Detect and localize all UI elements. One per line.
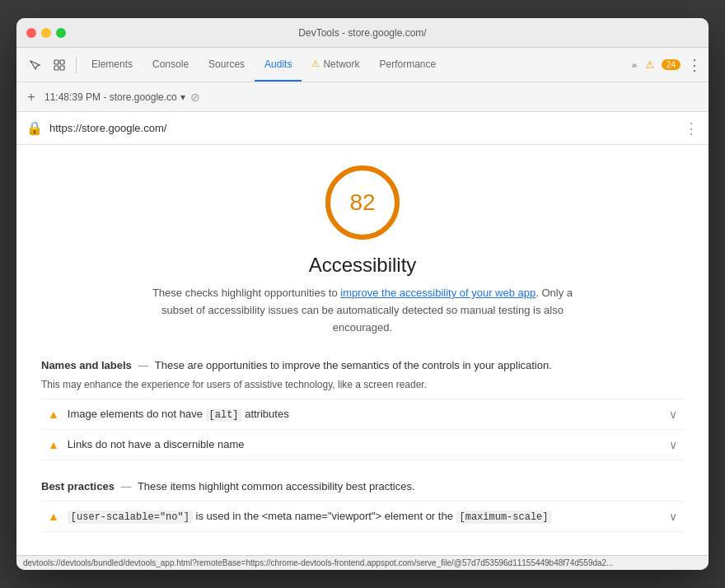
url-text: 11:48:39 PM - store.google.co: [44, 91, 177, 103]
devtools-window: DevTools - store.google.com/ Elements Co…: [16, 18, 709, 570]
urlbar: + 11:48:39 PM - store.google.co ▾ ⊘: [16, 82, 709, 112]
tab-audits[interactable]: Audits: [255, 48, 302, 82]
section-dash: —: [138, 359, 148, 371]
audit-item-text-link-name: Links do not have a discernible name: [68, 438, 669, 450]
audit-warn-icon-2: ▲: [48, 438, 59, 451]
audit-url: https://store.google.com/: [49, 122, 166, 134]
minimize-button[interactable]: [41, 28, 51, 38]
score-title: Accessibility: [309, 254, 417, 277]
chevron-down-icon: ∨: [669, 408, 677, 421]
statusbar-text: devtools://devtools/bundled/devtools_app…: [23, 558, 613, 567]
svg-rect-3: [60, 66, 64, 70]
toolbar-divider: [76, 57, 77, 73]
section-sub-description: This may enhance the experience for user…: [41, 377, 684, 392]
svg-rect-2: [54, 66, 58, 70]
section-title: Names and labels: [41, 359, 132, 371]
toolbar-more-icon[interactable]: ⋮: [687, 56, 702, 74]
tab-bar: Elements Console Sources Audits ⚠ Networ…: [82, 48, 446, 82]
score-container: 82 Accessibility These checks highlight …: [41, 161, 684, 336]
tab-performance[interactable]: Performance: [369, 48, 446, 82]
cursor-icon[interactable]: [23, 54, 46, 77]
audit-item-text-img-alt: Image elements do not have [alt] attribu…: [68, 408, 669, 421]
audit-warn-icon-3: ▲: [48, 510, 59, 523]
url-display: 11:48:39 PM - store.google.co ▾: [44, 91, 185, 103]
url-dropdown-icon[interactable]: ▾: [180, 91, 185, 103]
inspect-icon[interactable]: [48, 54, 71, 77]
score-value: 82: [349, 189, 375, 216]
svg-rect-1: [60, 60, 64, 64]
audit-warn-icon: ▲: [48, 408, 59, 421]
warning-count-badge: 24: [662, 59, 681, 70]
audit-item-link-name[interactable]: ▲ Links do not have a discernible name ∨: [41, 430, 684, 460]
chevron-down-icon-2: ∨: [669, 438, 677, 451]
statusbar: devtools://devtools/bundled/devtools_app…: [16, 555, 709, 570]
score-description: These checks highlight opportunities to …: [140, 285, 585, 336]
audit-code-user-scalable: [user-scalable="no"]: [68, 511, 193, 524]
titlebar: DevTools - store.google.com/: [16, 18, 709, 48]
section-names-labels-header: Names and labels — These are opportuniti…: [41, 346, 684, 399]
score-circle: 82: [321, 161, 404, 244]
audit-code-alt: [alt]: [206, 408, 242, 422]
traffic-lights: [26, 28, 66, 38]
chevron-down-icon-3: ∨: [669, 510, 677, 523]
warning-badge-icon: ⚠: [645, 58, 655, 71]
add-tab-icon[interactable]: +: [23, 90, 40, 105]
section-best-practices-description: These items highlight common accessibili…: [138, 480, 415, 492]
tab-network[interactable]: ⚠ Network: [302, 48, 369, 82]
tab-elements[interactable]: Elements: [82, 48, 143, 82]
window-title: DevTools - store.google.com/: [298, 27, 426, 39]
audit-item-user-scalable[interactable]: ▲ [user-scalable="no"] is used in the <m…: [41, 502, 684, 532]
reload-icon[interactable]: ⊘: [190, 91, 200, 104]
score-link[interactable]: improve the accessibility of your web ap…: [340, 287, 536, 299]
more-tabs-button[interactable]: »: [627, 60, 642, 70]
audit-item-text-user-scalable: [user-scalable="no"] is used in the <met…: [68, 510, 669, 523]
toolbar-end: » ⚠ 24 ⋮: [627, 56, 702, 74]
audit-more-icon[interactable]: ⋮: [684, 119, 699, 138]
score-desc-part1: These checks highlight opportunities to: [152, 287, 340, 299]
lock-icon: 🔒: [26, 120, 43, 136]
section-best-practices-header: Best practices — These items highlight c…: [41, 467, 684, 502]
close-button[interactable]: [26, 28, 36, 38]
audit-urlbar: 🔒 https://store.google.com/ ⋮: [16, 112, 709, 145]
tab-console[interactable]: Console: [143, 48, 199, 82]
warning-icon: ⚠: [311, 58, 320, 69]
tab-sources[interactable]: Sources: [199, 48, 255, 82]
section-best-practices-title: Best practices: [41, 480, 115, 492]
tab-toolbar: Elements Console Sources Audits ⚠ Networ…: [16, 48, 709, 82]
svg-rect-0: [54, 60, 58, 64]
main-content: 82 Accessibility These checks highlight …: [16, 145, 709, 555]
audit-item-img-alt[interactable]: ▲ Image elements do not have [alt] attri…: [41, 399, 684, 430]
section-dash-2: —: [121, 480, 132, 492]
section-description: These are opportunities to improve the s…: [155, 359, 552, 371]
fullscreen-button[interactable]: [56, 28, 66, 38]
audit-code-max-scale: [maximum-scale]: [456, 511, 552, 524]
